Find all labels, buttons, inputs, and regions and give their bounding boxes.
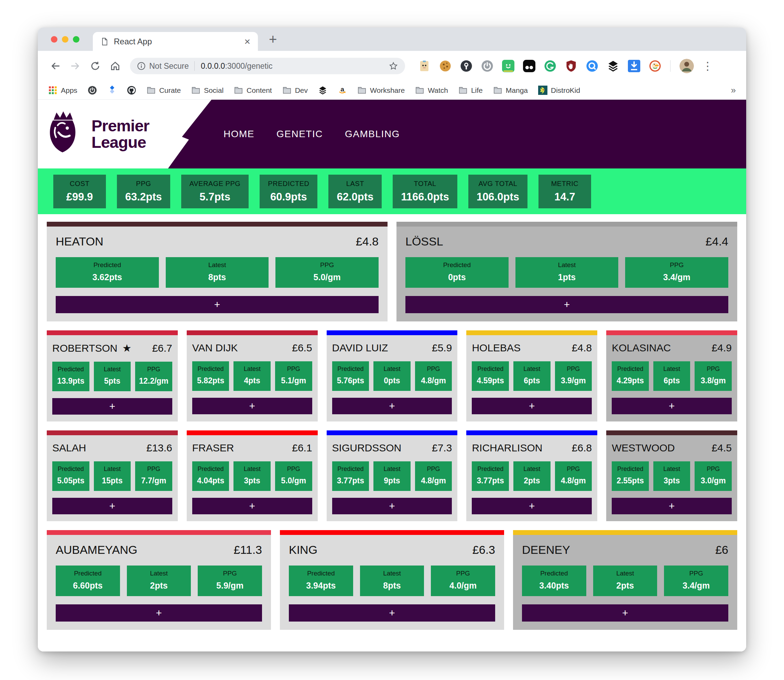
- player-stats: Predicted 3.77pts Latest 2pts PPG 4.8/gm: [472, 461, 592, 491]
- bitmoji-extension-icon[interactable]: [502, 60, 515, 72]
- glasses-extension-icon[interactable]: [523, 60, 535, 72]
- predicted-stat: Predicted 5.82pts: [192, 361, 229, 391]
- bookmark-item[interactable]: Curate: [146, 86, 181, 95]
- player-card: KING★ £6.3 Predicted 3.94pts Latest 8pts…: [280, 530, 504, 630]
- add-player-button[interactable]: +: [289, 604, 495, 622]
- onepassword-extension-icon[interactable]: [460, 60, 472, 72]
- player-stats: Predicted 5.76pts Latest 0pts PPG 4.8/gm: [332, 361, 452, 391]
- bookmark-item[interactable]: DistroKid: [538, 86, 580, 95]
- bookmark-item[interactable]: Manga: [493, 86, 528, 95]
- distrokid-icon: [538, 86, 548, 95]
- adblock-extension-icon[interactable]: [565, 60, 577, 72]
- ppg-stat: PPG 12.2/gm: [135, 362, 172, 391]
- bookmark-item[interactable]: a: [338, 86, 347, 95]
- stat-label: Latest: [128, 570, 190, 577]
- bookmark-star-icon[interactable]: [389, 61, 398, 71]
- duck-extension-icon[interactable]: [649, 60, 661, 72]
- nav-gambling[interactable]: GAMBLING: [345, 129, 400, 140]
- grammarly-extension-icon[interactable]: [544, 60, 556, 72]
- bookmarks-overflow-icon[interactable]: »: [731, 85, 736, 96]
- bookmark-label: Social: [204, 86, 224, 94]
- tab-close-icon[interactable]: ×: [244, 36, 250, 47]
- latest-value: 2pts: [128, 581, 190, 590]
- player-name: WESTWOOD★: [612, 442, 675, 454]
- bookmark-item[interactable]: [88, 86, 97, 95]
- player-stats: Predicted 3.62pts Latest 8pts PPG 5.0/gm: [56, 257, 379, 288]
- address-bar[interactable]: Not Secure 0.0.0.0 :3000/genetic: [130, 58, 405, 74]
- add-player-button[interactable]: +: [522, 604, 728, 622]
- ppg-stat: PPG 5.9/gm: [198, 565, 262, 596]
- player-price: £5.9: [432, 342, 452, 354]
- add-player-button[interactable]: +: [472, 498, 592, 514]
- ppg-stat: PPG 4.8/gm: [415, 361, 452, 391]
- add-player-button[interactable]: +: [52, 398, 172, 415]
- folder-icon: [415, 86, 424, 95]
- layers-extension-icon[interactable]: [607, 60, 619, 72]
- card-body: DEENEY★ £6 Predicted 3.40pts Latest 2pts…: [513, 535, 737, 630]
- stat-label: Predicted: [57, 261, 157, 269]
- add-player-button[interactable]: +: [52, 498, 172, 514]
- forward-button[interactable]: [68, 58, 83, 74]
- add-player-button[interactable]: +: [612, 398, 732, 414]
- add-player-button[interactable]: +: [472, 398, 592, 414]
- player-stats: Predicted 6.60pts Latest 2pts PPG 5.9/gm: [56, 565, 262, 596]
- bookmarks-bar: Apps CurateSocialContentDevaWorkshareWat…: [38, 81, 746, 100]
- bookmark-item[interactable]: Social: [191, 86, 224, 95]
- back-button[interactable]: [47, 58, 63, 74]
- buffer-extension-icon[interactable]: [418, 60, 430, 72]
- new-tab-button[interactable]: +: [269, 32, 277, 46]
- player-card: KOLASINAC★ £4.9 Predicted 4.29pts Latest…: [606, 331, 737, 422]
- close-window-button[interactable]: [51, 36, 57, 42]
- latest-stat: Latest 3pts: [653, 461, 691, 491]
- profile-avatar[interactable]: [680, 59, 694, 73]
- bookmark-item[interactable]: Life: [458, 86, 483, 95]
- player-card: DAVID LUIZ★ £5.9 Predicted 5.76pts Lates…: [327, 331, 458, 422]
- player-stats: Predicted 4.04pts Latest 3pts PPG 5.0/gm: [192, 461, 312, 491]
- team-color-bar: [187, 430, 318, 435]
- qapp-extension-icon[interactable]: [586, 60, 598, 72]
- predicted-value: 13.9pts: [54, 376, 88, 386]
- bookmark-label: Watch: [428, 86, 448, 94]
- add-player-button[interactable]: +: [405, 296, 728, 313]
- bookmark-item[interactable]: Content: [234, 86, 272, 95]
- stat-label: PPG: [696, 466, 730, 473]
- add-player-button[interactable]: +: [192, 498, 312, 514]
- add-player-button[interactable]: +: [332, 498, 452, 514]
- bookmark-item[interactable]: Dev: [282, 86, 308, 95]
- apps-shortcut[interactable]: Apps: [48, 86, 77, 95]
- bookmark-item[interactable]: [318, 86, 327, 95]
- browser-tab[interactable]: React App ×: [93, 32, 258, 51]
- maximize-window-button[interactable]: [73, 36, 79, 42]
- minimize-window-button[interactable]: [62, 36, 68, 42]
- bookmark-item[interactable]: [107, 86, 116, 95]
- browser-window: React App × + Not Secure 0.0.0.0 :3000/g…: [38, 27, 746, 652]
- bookmark-item[interactable]: [127, 86, 136, 95]
- download-extension-icon[interactable]: [628, 60, 640, 72]
- cookie-extension-icon[interactable]: [439, 60, 452, 72]
- home-button[interactable]: [107, 58, 123, 74]
- add-player-button[interactable]: +: [612, 498, 732, 514]
- summary-stat-label: AVG TOTAL: [477, 180, 519, 188]
- power-ext-extension-icon[interactable]: [481, 60, 493, 72]
- add-player-button[interactable]: +: [56, 296, 379, 313]
- team-color-bar: [47, 331, 178, 335]
- player-cards-section: HEATON★ £4.8 Predicted 3.62pts Latest 8p…: [38, 214, 746, 630]
- nav-genetic[interactable]: GENETIC: [277, 129, 323, 140]
- add-player-button[interactable]: +: [56, 604, 262, 622]
- bookmark-item[interactable]: Watch: [415, 86, 448, 95]
- ppg-value: 4.8/gm: [416, 376, 451, 386]
- reload-button[interactable]: [87, 58, 103, 74]
- ppg-stat: PPG 5.1/gm: [275, 361, 312, 391]
- add-player-button[interactable]: +: [192, 398, 312, 414]
- nav-home[interactable]: HOME: [224, 129, 255, 140]
- add-player-button[interactable]: +: [332, 398, 452, 414]
- player-card: VAN DIJK★ £6.5 Predicted 5.82pts Latest …: [187, 331, 318, 422]
- browser-menu-icon[interactable]: ⋮: [702, 60, 713, 72]
- info-icon[interactable]: [137, 61, 146, 71]
- stat-label: Predicted: [613, 365, 647, 373]
- player-name: LÖSSL★: [405, 235, 443, 248]
- bookmark-item[interactable]: Workshare: [357, 86, 405, 95]
- summary-stat-last: LAST62.0pts: [328, 175, 382, 208]
- stat-label: Predicted: [194, 365, 228, 373]
- latest-stat: Latest 8pts: [360, 565, 424, 596]
